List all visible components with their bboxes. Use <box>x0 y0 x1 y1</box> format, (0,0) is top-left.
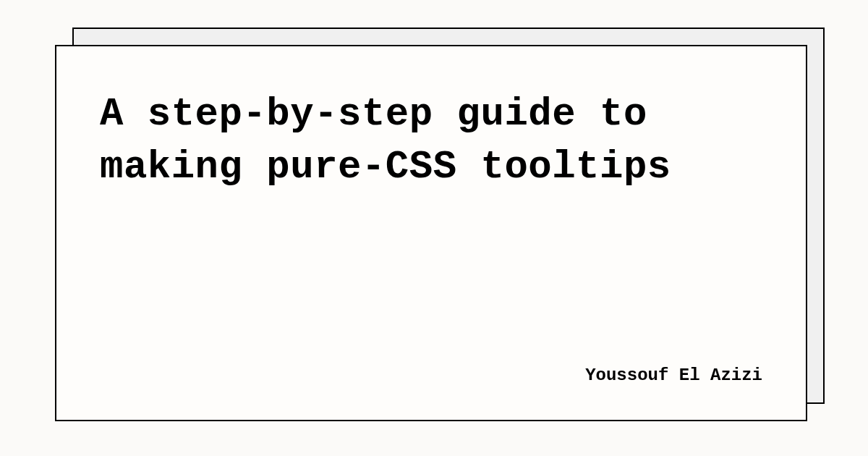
author-name: Youssouf El Azizi <box>100 366 762 391</box>
article-title: A step-by-step guide to making pure-CSS … <box>100 88 762 194</box>
card: A step-by-step guide to making pure-CSS … <box>55 45 807 421</box>
